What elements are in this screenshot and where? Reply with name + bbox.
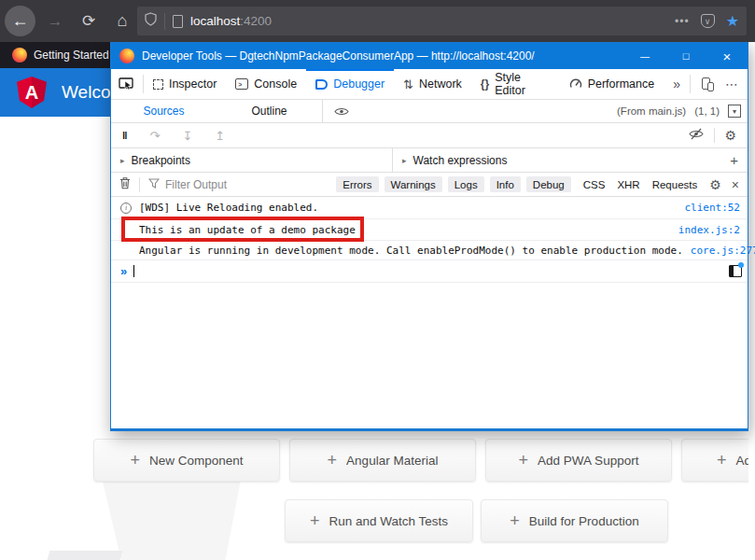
outline-tab[interactable]: Outline — [217, 100, 322, 122]
page-icon — [173, 15, 183, 28]
inspector-icon — [153, 79, 163, 90]
angular-material-button[interactable]: + Angular Material — [289, 439, 476, 482]
eye-icon[interactable] — [334, 106, 349, 117]
reload-button[interactable]: ⟳ — [75, 7, 103, 35]
tab-network[interactable]: ⇅ Network — [394, 69, 471, 99]
card-label: New Component — [149, 454, 244, 468]
add-dependency-button[interactable]: + Add Dependency — [681, 439, 755, 482]
style-editor-icon: {} — [481, 77, 489, 91]
card-label: Add PWA Support — [538, 454, 638, 468]
console-message-text: This is an update of a demo package — [139, 224, 356, 236]
devtools-titlebar[interactable]: Developer Tools — DgtechNpmPackageConsum… — [111, 43, 748, 69]
console-input-row[interactable]: » — [111, 260, 748, 283]
pick-element-icon[interactable] — [111, 69, 143, 99]
add-pwa-support-button[interactable]: + Add PWA Support — [485, 439, 672, 482]
bookmark-getting-started[interactable]: Getting Started — [12, 48, 109, 63]
back-button[interactable]: ← — [5, 6, 35, 36]
console-output: i [WDS] Live Reloading enabled. client:5… — [111, 197, 748, 428]
breakpoints-row: ▸ Breakpoints ▸ Watch expressions + — [111, 148, 748, 173]
forward-button[interactable]: → — [41, 7, 69, 35]
maximize-button[interactable]: □ — [665, 43, 706, 69]
new-component-button[interactable]: + New Component — [93, 439, 280, 482]
step-in-icon[interactable]: ↧ — [182, 129, 192, 143]
breakpoints-section[interactable]: ▸ Breakpoints — [111, 148, 393, 172]
divider — [139, 177, 140, 192]
shield-icon[interactable] — [145, 12, 157, 30]
home-button[interactable]: ⌂ — [108, 7, 136, 35]
console-message-row: This is an update of a demo package inde… — [111, 219, 748, 241]
step-over-icon[interactable]: ↷ — [149, 129, 160, 143]
minimize-button[interactable]: — — [624, 43, 665, 69]
filter-errors-button[interactable]: Errors — [336, 176, 378, 192]
filter-xhr-button[interactable]: XHR — [617, 179, 639, 190]
filter-debug-button[interactable]: Debug — [526, 176, 571, 192]
devtools-menu-icon[interactable]: ⋯ — [725, 77, 738, 91]
console-filter-bar: Errors Warnings Logs Info Debug CSS XHR … — [111, 173, 748, 197]
plus-icon: + — [717, 451, 727, 470]
clear-console-trash-icon[interactable] — [119, 176, 131, 192]
console-message-row: Angular is running in development mode. … — [111, 241, 748, 260]
notification-dot — [738, 262, 744, 268]
tab-debugger[interactable]: Debugger — [306, 69, 394, 99]
devtools-tabbar: Inspector > Console Debugger ⇅ Network {… — [111, 69, 748, 100]
illustration-shape — [86, 482, 254, 560]
divider — [164, 13, 165, 30]
browser-toolbar: ← → ⟳ ⌂ localhost:4200 ••• ∨ ★ — [0, 0, 755, 42]
bookmark-star-icon[interactable]: ★ — [726, 12, 739, 30]
window-edge-strip — [748, 42, 755, 560]
add-watch-expression-icon[interactable]: + — [730, 152, 738, 168]
performance-icon — [569, 77, 582, 91]
debugger-source-header: Sources Outline (From main.js) (1, 1) ▾ — [111, 100, 748, 123]
filter-output-input[interactable] — [165, 178, 330, 191]
url-text[interactable]: localhost:4200 — [190, 14, 272, 28]
run-and-watch-tests-button[interactable]: + Run and Watch Tests — [285, 499, 473, 542]
source-origin-label: (From main.js) — [617, 105, 686, 117]
debugger-controls: ‖ ↷ ↧ ↥ ⚙ — [111, 123, 748, 148]
pocket-icon[interactable]: ∨ — [701, 14, 715, 28]
watch-expressions-label: Watch expressions — [413, 154, 508, 167]
build-for-production-button[interactable]: + Build for Production — [481, 499, 668, 542]
console-source-link[interactable]: client:52 — [677, 202, 740, 214]
close-split-console-icon[interactable]: × — [732, 177, 739, 192]
devtools-window-title: Developer Tools — DgtechNpmPackageConsum… — [142, 49, 535, 63]
step-out-icon[interactable]: ↥ — [215, 129, 225, 143]
filter-css-button[interactable]: CSS — [583, 179, 606, 190]
plus-icon: + — [328, 451, 338, 470]
filter-warnings-button[interactable]: Warnings — [384, 176, 442, 192]
sources-tab[interactable]: Sources — [111, 100, 217, 122]
console-source-link[interactable]: index.js:2 — [671, 224, 740, 236]
filter-logs-button[interactable]: Logs — [448, 176, 484, 192]
close-window-button[interactable]: × — [706, 43, 748, 69]
screen: A Welcome + New Component + Angular Mate… — [0, 0, 755, 560]
text-cursor — [133, 265, 134, 277]
plus-icon: + — [130, 451, 140, 470]
card-label: Angular Material — [346, 454, 438, 468]
console-prompt-icon: » — [120, 264, 127, 278]
chevron-right-icon: ▸ — [120, 156, 125, 165]
console-source-link[interactable]: core.js:27701 — [683, 245, 755, 257]
page-actions-icon[interactable]: ••• — [675, 15, 690, 28]
responsive-design-icon[interactable] — [702, 77, 714, 91]
filter-info-button[interactable]: Info — [490, 176, 521, 192]
chevron-right-icon: ▸ — [402, 156, 407, 165]
tab-performance[interactable]: Performance — [560, 69, 664, 99]
tab-console[interactable]: > Console — [226, 69, 306, 99]
debugger-settings-gear-icon[interactable]: ⚙ — [724, 128, 736, 143]
console-settings-gear-icon[interactable]: ⚙ — [709, 177, 721, 192]
split-console-icon[interactable] — [729, 265, 742, 277]
tab-inspector[interactable]: Inspector — [144, 69, 226, 99]
breakpoints-label: Breakpoints — [132, 154, 190, 167]
pretty-print-icon[interactable]: ▾ — [728, 105, 741, 118]
blackbox-eye-slash-icon[interactable] — [688, 128, 705, 143]
illustration-shape-small — [48, 551, 123, 560]
more-tabs-icon[interactable]: » — [664, 69, 690, 99]
filter-requests-button[interactable]: Requests — [652, 179, 698, 190]
address-bar[interactable]: localhost:4200 ••• ∨ ★ — [137, 7, 747, 35]
firefox-window-icon — [119, 49, 134, 63]
devtools-window: Developer Tools — DgtechNpmPackageConsum… — [110, 42, 748, 431]
tab-style-editor[interactable]: {} Style Editor — [471, 69, 560, 99]
watch-expressions-section[interactable]: ▸ Watch expressions + — [393, 148, 748, 172]
pause-icon[interactable]: ‖ — [122, 130, 127, 141]
url-port: :4200 — [240, 14, 272, 28]
angular-logo: A — [17, 77, 47, 108]
